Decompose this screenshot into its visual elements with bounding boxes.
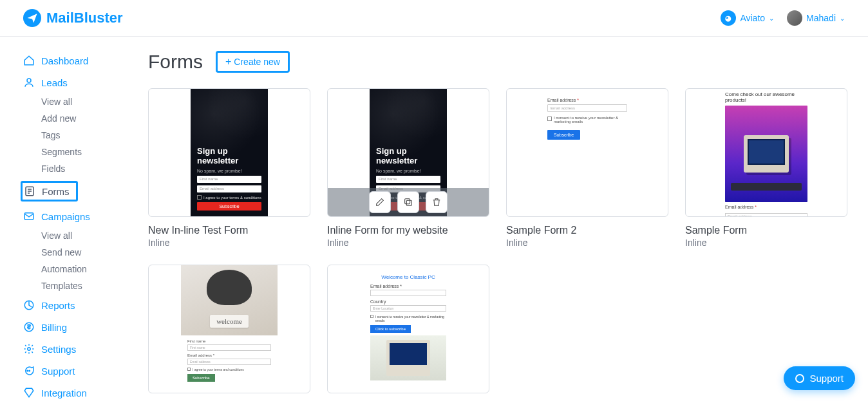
form-thumbnail[interactable]: Welcome to Classic PC Email address * Co… — [327, 265, 489, 393]
user-menu[interactable]: Mahadi ⌄ — [787, 10, 845, 26]
sidebar-item-forms-highlight: Forms — [21, 181, 78, 202]
user-name: Mahadi — [806, 13, 836, 23]
form-type: Inline — [506, 238, 668, 248]
sidebar-item-settings[interactable]: Settings — [23, 338, 129, 360]
form-type: Inline — [327, 238, 489, 248]
support-dot-icon — [795, 374, 804, 383]
workspace-switcher[interactable]: ◕ Aviato ⌄ — [721, 10, 774, 26]
svg-point-9 — [27, 370, 28, 371]
page-header: Forms + Create new — [148, 51, 849, 73]
chat-icon — [23, 365, 35, 377]
form-icon — [24, 185, 35, 197]
sidebar-sub-leads-tags[interactable]: Tags — [23, 127, 129, 144]
topbar-right: ◕ Aviato ⌄ Mahadi ⌄ — [721, 10, 845, 26]
sidebar-sub-leads-view-all[interactable]: View all — [23, 93, 129, 110]
brand-name: MailBluster — [46, 10, 123, 26]
form-type: Inline — [148, 238, 310, 248]
paper-plane-icon — [23, 9, 41, 27]
plus-icon: + — [225, 57, 231, 67]
form-title: Inline Form for my website — [327, 225, 489, 236]
duplicate-button[interactable] — [397, 191, 419, 213]
sidebar-sub-camp-view-all[interactable]: View all — [23, 227, 129, 244]
edit-button[interactable] — [369, 191, 391, 213]
svg-rect-12 — [405, 199, 410, 204]
form-card: Welcome to Classic PC Email address * Co… — [327, 265, 489, 393]
user-icon — [23, 77, 35, 88]
workspace-badge-icon: ◕ — [721, 10, 736, 26]
diamond-icon — [23, 387, 35, 398]
dollar-icon — [23, 321, 35, 333]
form-title: New In-line Test Form — [148, 225, 310, 236]
sidebar-item-forms[interactable]: Forms — [24, 185, 70, 197]
topbar: MailBluster ◕ Aviato ⌄ Mahadi ⌄ — [0, 0, 868, 37]
copy-icon — [403, 197, 413, 207]
form-card: Email address * Email address I consent … — [506, 88, 668, 248]
sidebar-item-integration[interactable]: Integration — [23, 382, 129, 403]
sidebar-sub-leads-add-new[interactable]: Add new — [23, 110, 129, 127]
gear-icon — [23, 343, 35, 355]
svg-rect-11 — [406, 200, 411, 205]
chart-icon — [23, 299, 35, 311]
form-title: Sample Form 2 — [506, 225, 668, 236]
sidebar: Dashboard Leads View all Add new Tags Se… — [0, 37, 129, 403]
form-thumbnail[interactable]: Sign up newsletter No spam, we promise! … — [327, 88, 489, 217]
sidebar-sub-camp-templates[interactable]: Templates — [23, 277, 129, 294]
support-widget[interactable]: Support — [784, 366, 855, 390]
sidebar-sub-camp-send-new[interactable]: Send new — [23, 244, 129, 261]
form-card: Sign up newsletter No spam, we promise! … — [148, 88, 310, 248]
chevron-down-icon: ⌄ — [769, 15, 774, 22]
page-title: Forms — [148, 51, 203, 73]
sidebar-sub-leads-fields[interactable]: Fields — [23, 160, 129, 177]
sidebar-item-campaigns[interactable]: Campaigns — [23, 205, 129, 227]
form-type: Inline — [685, 238, 847, 248]
main-content: Forms + Create new Sign up newsletter No… — [129, 37, 868, 403]
brand-logo[interactable]: MailBluster — [23, 9, 123, 27]
form-hover-actions — [328, 188, 489, 216]
svg-point-8 — [28, 348, 31, 351]
chevron-down-icon: ⌄ — [840, 15, 845, 22]
form-title: Sample Form — [685, 225, 847, 236]
form-card: welcome First name First name Email addr… — [148, 265, 310, 393]
delete-button[interactable] — [426, 191, 448, 213]
svg-point-10 — [29, 370, 30, 371]
sidebar-sub-leads-segments[interactable]: Segments — [23, 144, 129, 160]
form-thumbnail[interactable]: Come check out our awesome products! Ema… — [685, 88, 847, 217]
form-thumbnail[interactable]: Email address * Email address I consent … — [506, 88, 668, 217]
sidebar-item-support[interactable]: Support — [23, 360, 129, 382]
pencil-icon — [375, 197, 385, 207]
home-icon — [23, 55, 35, 66]
sidebar-sub-camp-automation[interactable]: Automation — [23, 261, 129, 277]
svg-point-0 — [27, 79, 31, 82]
avatar — [787, 10, 802, 26]
sidebar-item-reports[interactable]: Reports — [23, 294, 129, 316]
forms-grid: Sign up newsletter No spam, we promise! … — [148, 88, 849, 393]
form-thumbnail[interactable]: welcome First name First name Email addr… — [148, 265, 310, 393]
sidebar-item-dashboard[interactable]: Dashboard — [23, 50, 129, 71]
mail-icon — [23, 211, 35, 222]
form-card: Come check out our awesome products! Ema… — [685, 88, 847, 248]
sidebar-item-billing[interactable]: Billing — [23, 316, 129, 338]
form-card: Sign up newsletter No spam, we promise! … — [327, 88, 489, 248]
form-thumbnail[interactable]: Sign up newsletter No spam, we promise! … — [148, 88, 310, 217]
sidebar-item-leads[interactable]: Leads — [23, 71, 129, 93]
trash-icon — [431, 197, 442, 207]
create-new-button[interactable]: + Create new — [216, 51, 290, 73]
workspace-name: Aviato — [740, 13, 765, 23]
